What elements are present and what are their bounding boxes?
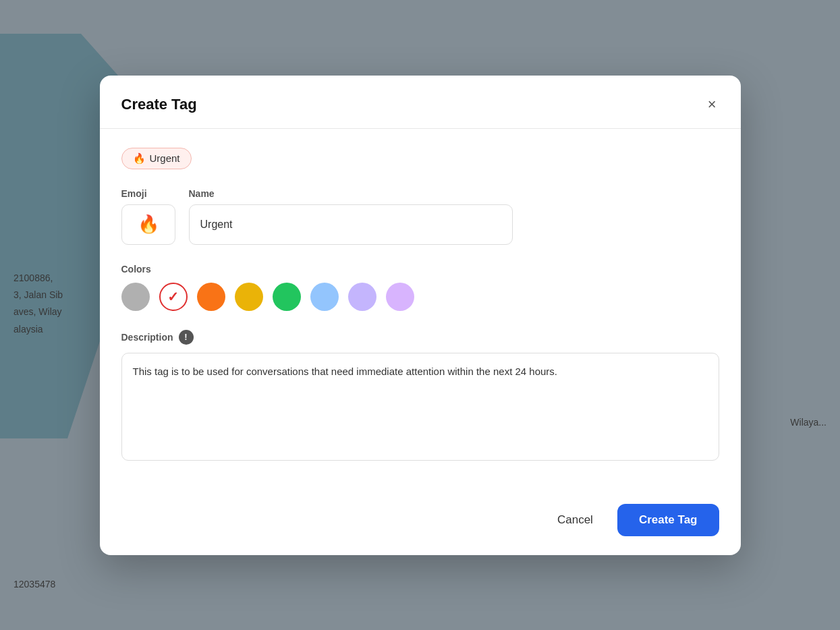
create-tag-button[interactable]: Create Tag xyxy=(617,504,719,536)
description-section: Description ! This tag is to be used for… xyxy=(121,330,719,463)
description-label: Description xyxy=(121,332,173,343)
colors-row xyxy=(121,283,719,311)
description-header: Description ! xyxy=(121,330,719,345)
emoji-picker-button[interactable]: 🔥 xyxy=(121,204,175,245)
description-textarea[interactable]: This tag is to be used for conversations… xyxy=(121,353,719,461)
name-group: Name xyxy=(189,188,719,245)
emoji-label: Emoji xyxy=(121,188,175,199)
color-swatch-orange[interactable] xyxy=(197,283,225,311)
colors-section: Colors xyxy=(121,264,719,311)
color-swatch-yellow[interactable] xyxy=(235,283,263,311)
emoji-group: Emoji 🔥 xyxy=(121,188,175,245)
color-swatch-blue[interactable] xyxy=(310,283,339,311)
color-swatch-gray[interactable] xyxy=(121,283,150,311)
cancel-button[interactable]: Cancel xyxy=(544,505,607,535)
color-swatch-green[interactable] xyxy=(273,283,301,311)
name-input[interactable] xyxy=(189,204,513,245)
emoji-value: 🔥 xyxy=(138,214,159,235)
modal-header: Create Tag × xyxy=(100,76,741,129)
tag-preview-emoji: 🔥 xyxy=(133,152,146,165)
tag-preview-name: Urgent xyxy=(150,152,180,164)
modal-footer: Cancel Create Tag xyxy=(100,490,741,555)
color-swatch-pink[interactable] xyxy=(386,283,414,311)
emoji-name-row: Emoji 🔥 Name xyxy=(121,188,719,245)
info-icon: ! xyxy=(179,330,194,345)
color-swatch-lavender[interactable] xyxy=(348,283,376,311)
tag-preview: 🔥 Urgent xyxy=(121,148,192,169)
modal-title: Create Tag xyxy=(121,96,197,113)
create-tag-modal: Create Tag × 🔥 Urgent Emoji 🔥 Name xyxy=(100,76,741,555)
color-swatch-red[interactable] xyxy=(159,283,188,311)
modal-overlay: Create Tag × 🔥 Urgent Emoji 🔥 Name xyxy=(0,0,840,630)
modal-body: 🔥 Urgent Emoji 🔥 Name Colors xyxy=(100,129,741,490)
colors-label: Colors xyxy=(121,264,719,275)
close-button[interactable]: × xyxy=(705,94,719,115)
name-label: Name xyxy=(189,188,719,199)
